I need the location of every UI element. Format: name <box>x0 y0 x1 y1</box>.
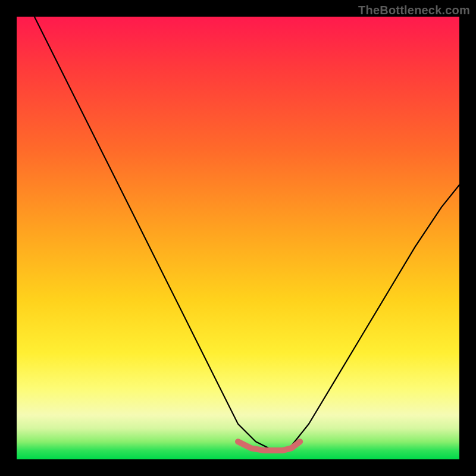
trough-highlight <box>238 441 300 450</box>
plot-area <box>17 17 459 459</box>
watermark-text: TheBottleneck.com <box>358 4 470 17</box>
bottleneck-curve <box>35 17 459 450</box>
chart-frame: TheBottleneck.com <box>0 0 476 476</box>
curve-layer <box>17 17 459 459</box>
